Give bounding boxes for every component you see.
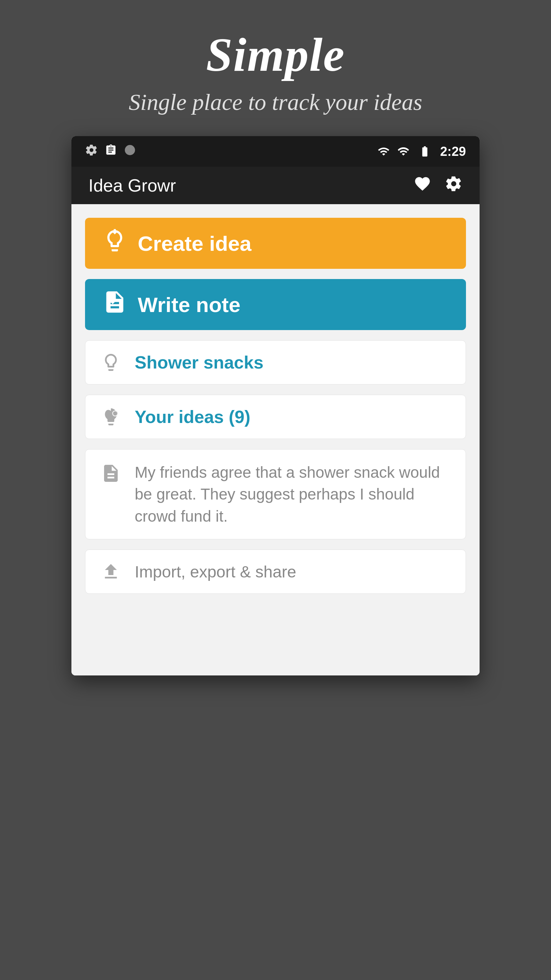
svg-point-0 [125,145,135,155]
signal-icon [397,145,410,158]
note-text: My friends agree that a shower snack wou… [135,461,452,527]
battery-icon [416,145,433,158]
status-clipboard-icon [105,144,117,159]
bottom-space [71,608,480,675]
import-export-icon [99,562,123,582]
your-ideas-item[interactable]: Your ideas (9) [85,395,466,439]
status-left-icons [85,143,136,159]
shower-snacks-text: Shower snacks [135,352,264,372]
settings-icon[interactable] [445,175,462,196]
import-export-text: Import, export & share [135,563,296,581]
wifi-icon [377,145,391,158]
your-ideas-icon [99,407,123,427]
write-note-button[interactable]: Write note [85,279,466,330]
status-bar: 2:29 [71,136,480,167]
write-note-icon [102,289,127,320]
phone-container: 2:29 Idea Growr [71,136,480,675]
create-idea-icon [102,228,127,259]
shower-snacks-icon [99,352,123,372]
your-ideas-text: Your ideas (9) [135,407,250,427]
status-right-icons: 2:29 [377,144,466,159]
app-bar-title: Idea Growr [89,175,176,196]
main-content: Create idea Write note Shower snacks [71,204,480,608]
svg-point-1 [113,411,118,416]
heart-icon[interactable] [414,175,431,196]
app-bar-icons [414,175,462,196]
page-header: Simple Single place to track your ideas [0,0,551,136]
status-time: 2:29 [440,144,466,159]
shower-snacks-item[interactable]: Shower snacks [85,340,466,385]
write-note-label: Write note [138,293,240,317]
import-export-item[interactable]: Import, export & share [85,550,466,594]
app-bar: Idea Growr [71,167,480,204]
status-dot-icon [124,144,136,159]
page-title: Simple [14,27,537,82]
create-idea-button[interactable]: Create idea [85,218,466,269]
status-settings-icon [85,143,98,159]
page-subtitle: Single place to track your ideas [14,89,537,116]
note-icon [99,463,123,484]
create-idea-label: Create idea [138,231,251,256]
note-item[interactable]: My friends agree that a shower snack wou… [85,449,466,539]
